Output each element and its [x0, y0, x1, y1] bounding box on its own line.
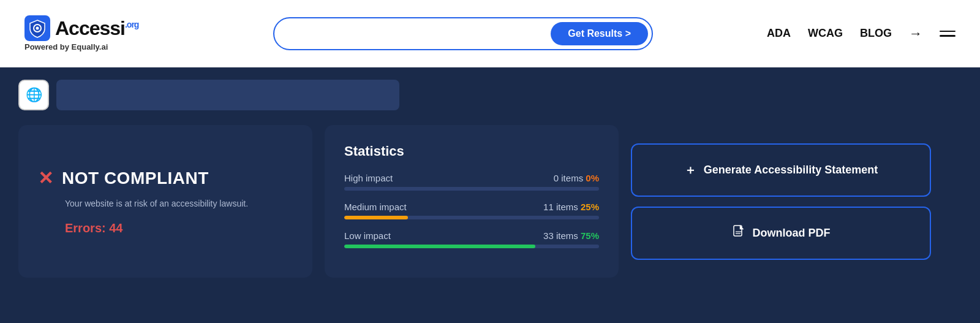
not-compliant-header: ✕ NOT COMPLIANT: [38, 167, 293, 189]
search-area: Get Results >: [159, 17, 767, 50]
stat-label-high: High impact: [344, 173, 393, 183]
get-results-button[interactable]: Get Results >: [551, 22, 648, 45]
stat-row-high: High impact 0 items 0%: [344, 173, 599, 191]
plus-icon: ＋: [684, 162, 696, 178]
login-icon[interactable]: →: [909, 26, 922, 42]
download-label: Download PDF: [753, 227, 831, 240]
search-input[interactable]: [287, 28, 551, 39]
generate-label: Generate Accessibility Statement: [704, 164, 878, 177]
stat-row-medium: Medium impact 11 items 25%: [344, 202, 599, 219]
nav-ada[interactable]: ADA: [767, 27, 791, 40]
powered-by: Powered by Equally.ai: [24, 42, 108, 51]
nav-area: ADA WCAG BLOG →: [767, 26, 956, 42]
globe-icon[interactable]: 🌐: [18, 80, 49, 110]
main-content: 🌐 ✕ NOT COMPLIANT Your website is at ris…: [0, 67, 980, 323]
stat-label-low: Low impact: [344, 230, 391, 241]
cards-row: ✕ NOT COMPLIANT Your website is at risk …: [18, 125, 962, 278]
stat-row-low: Low impact 33 items 75%: [344, 230, 599, 248]
header: Accessi.org Powered by Equally.ai Get Re…: [0, 0, 980, 67]
menu-icon[interactable]: [940, 31, 956, 37]
not-compliant-card: ✕ NOT COMPLIANT Your website is at risk …: [18, 125, 312, 278]
stat-bar-fill-low: [344, 245, 535, 248]
logo-text: Accessi.org: [55, 17, 138, 40]
stat-label-medium: Medium impact: [344, 202, 407, 212]
nav-blog[interactable]: BLOG: [860, 27, 892, 40]
logo-shield-icon: [24, 15, 50, 41]
action-area: ＋ Generate Accessibility Statement Downl…: [631, 125, 962, 278]
not-compliant-description: Your website is at risk of an accessibil…: [65, 197, 293, 210]
logo-area: Accessi.org Powered by Equally.ai: [24, 15, 159, 51]
search-box: Get Results >: [273, 17, 653, 50]
not-compliant-title: NOT COMPLIANT: [62, 169, 209, 188]
url-row: 🌐: [18, 80, 962, 110]
statistics-card: Statistics High impact 0 items 0% Medium…: [325, 125, 619, 278]
stat-bar-bg-high: [344, 187, 599, 191]
download-pdf-button[interactable]: Download PDF: [631, 207, 931, 260]
svg-point-2: [36, 27, 39, 30]
brand-name: Equally.ai: [72, 42, 108, 51]
errors-label: Errors: 44: [65, 221, 293, 235]
nav-wcag[interactable]: WCAG: [808, 27, 843, 40]
generate-accessibility-statement-button[interactable]: ＋ Generate Accessibility Statement: [631, 143, 931, 197]
stat-bar-bg-low: [344, 245, 599, 248]
stat-value-low: 33 items 75%: [543, 230, 599, 241]
x-icon: ✕: [38, 167, 53, 189]
stat-bar-fill-medium: [344, 216, 408, 219]
url-bar: [56, 80, 399, 110]
logo-sup: .org: [125, 20, 138, 29]
statistics-title: Statistics: [344, 143, 599, 159]
stat-value-high: 0 items 0%: [554, 173, 599, 183]
stat-value-medium: 11 items 25%: [543, 202, 599, 212]
pdf-icon: [732, 225, 745, 241]
stat-bar-bg-medium: [344, 216, 599, 219]
